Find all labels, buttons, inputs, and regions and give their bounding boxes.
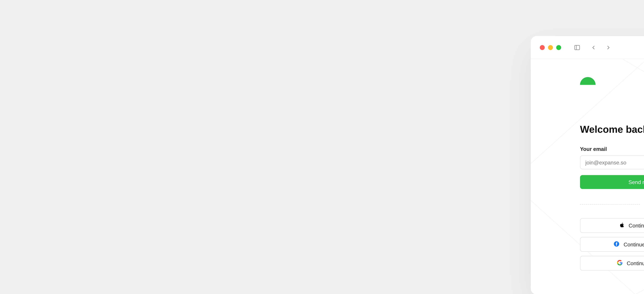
apple-label: Continue with Apple <box>628 222 644 229</box>
facebook-label: Continue with Facebook <box>624 241 644 247</box>
google-icon <box>617 260 622 267</box>
browser-window: https://overflow.com/signin Welcome back… <box>531 36 644 294</box>
svg-rect-0 <box>575 45 580 49</box>
page-title: Welcome back <box>580 124 644 135</box>
forward-icon[interactable] <box>603 42 614 53</box>
google-label: Continue with Google <box>627 260 644 266</box>
apple-icon <box>619 222 624 229</box>
continue-google-button[interactable]: Continue with Google <box>580 256 644 271</box>
divider: or <box>580 201 644 208</box>
email-field[interactable] <box>580 155 644 169</box>
minimize-window-icon[interactable] <box>548 45 553 50</box>
browser-chrome: https://overflow.com/signin <box>531 36 644 59</box>
continue-facebook-button[interactable]: Continue with Facebook <box>580 237 644 252</box>
maximize-window-icon[interactable] <box>556 45 561 50</box>
brand-logo <box>580 77 596 85</box>
signin-pane: Welcome back Your email Send magic link … <box>531 59 644 294</box>
close-window-icon[interactable] <box>540 45 545 50</box>
send-magic-link-button[interactable]: Send magic link <box>580 175 644 189</box>
back-icon[interactable] <box>588 42 599 53</box>
email-label: Your email <box>580 146 644 152</box>
continue-apple-button[interactable]: Continue with Apple <box>580 218 644 233</box>
traffic-lights <box>540 45 561 50</box>
facebook-icon <box>614 241 620 248</box>
sidebar-toggle-icon[interactable] <box>572 42 582 53</box>
